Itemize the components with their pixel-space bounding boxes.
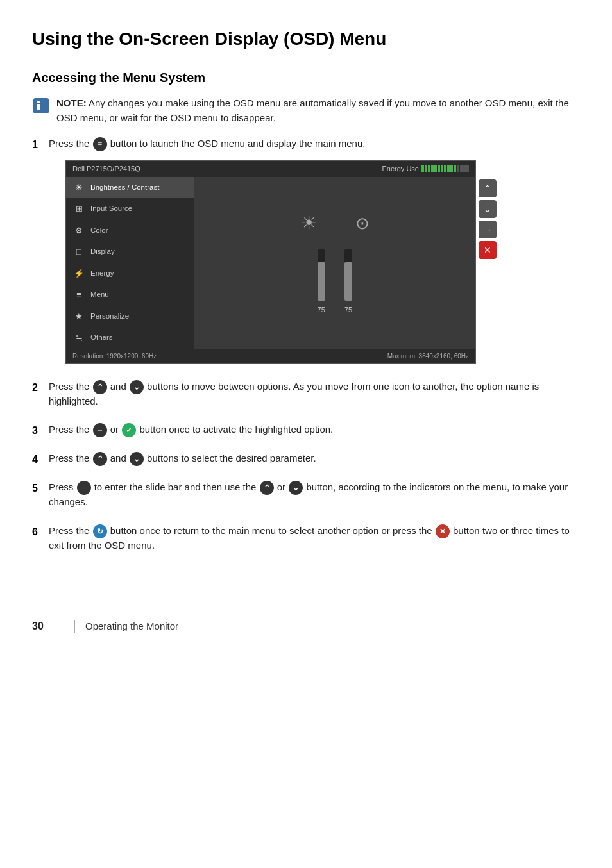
down-btn-icon-2: ⌄ bbox=[130, 380, 144, 394]
display-icon: □ bbox=[72, 246, 85, 258]
menu-item-personalize: ★ Personalize bbox=[66, 306, 194, 328]
menu-item-display: □ Display bbox=[66, 241, 194, 263]
down-btn-icon-5: ⌄ bbox=[289, 481, 303, 495]
step-5: 5 Press → to enter the slide bar and the… bbox=[32, 480, 580, 517]
slider-brightness-fill bbox=[318, 262, 325, 301]
note-body: Any changes you make using the OSD menu … bbox=[56, 97, 569, 123]
seg4 bbox=[431, 165, 434, 172]
slider-brightness: 75 bbox=[318, 249, 325, 315]
step-1: 1 Press the ≡ button to launch the OSD m… bbox=[32, 137, 580, 373]
up-btn-icon-4: ⌃ bbox=[93, 452, 107, 466]
osd-right-panel: ☀ ⊙ 75 bbox=[194, 177, 475, 349]
osd-sun-icon: ☀ bbox=[301, 210, 317, 237]
energy-bar-graphic bbox=[421, 165, 469, 172]
step-6: 6 Press the ↻ button once to return to t… bbox=[32, 524, 580, 561]
menu-item-menu: ≡ Menu bbox=[66, 284, 194, 306]
right-btn-icon-5: → bbox=[77, 481, 91, 495]
menu-item-input: ⊞ Input Source bbox=[66, 198, 194, 220]
footer-bar: 30 Operating the Monitor bbox=[32, 599, 580, 634]
step-4-num: 4 bbox=[32, 451, 44, 467]
osd-window: Dell P2715Q/P2415Q Energy Use bbox=[65, 160, 476, 364]
energy-bar: Energy Use bbox=[382, 163, 469, 174]
step-5-num: 5 bbox=[32, 480, 44, 496]
seg6 bbox=[438, 165, 440, 172]
seg10 bbox=[450, 165, 453, 172]
svg-rect-2 bbox=[37, 101, 40, 103]
nav-down-button[interactable]: ⌄ bbox=[479, 200, 497, 218]
step-4: 4 Press the ⌃ and ⌄ buttons to select th… bbox=[32, 451, 580, 474]
seg5 bbox=[434, 165, 437, 172]
step-3-content: Press the → or ✓ button once to activate… bbox=[49, 422, 580, 437]
right-btn-icon-3: → bbox=[93, 423, 107, 437]
step-3: 3 Press the → or ✓ button once to activa… bbox=[32, 422, 580, 445]
osd-window-title: Dell P2715Q/P2415Q bbox=[72, 163, 140, 174]
seg15 bbox=[466, 165, 469, 172]
note-box: NOTE: Any changes you make using the OSD… bbox=[32, 96, 580, 125]
step-2-content: Press the ⌃ and ⌄ buttons to move betwee… bbox=[49, 380, 580, 409]
others-icon: ≒ bbox=[72, 331, 85, 344]
input-label: Input Source bbox=[90, 203, 132, 214]
osd-nav-buttons: ⌃ ⌄ → ✕ bbox=[479, 179, 497, 259]
page-title: Using the On-Screen Display (OSD) Menu bbox=[32, 26, 580, 53]
slider-brightness-track bbox=[318, 249, 325, 301]
osd-footer: Resolution: 1920x1200, 60Hz Maximum: 384… bbox=[66, 349, 475, 363]
footer-page-num: 30 bbox=[32, 619, 64, 634]
osd-screenshot: Dell P2715Q/P2415Q Energy Use bbox=[65, 160, 580, 364]
seg2 bbox=[425, 165, 427, 172]
nav-x-button[interactable]: ✕ bbox=[479, 241, 497, 259]
menu-item-brightness: ☀ Brightness / Contrast bbox=[66, 177, 194, 199]
nav-up-button[interactable]: ⌃ bbox=[479, 179, 497, 197]
footer-divider bbox=[74, 620, 75, 633]
note-text: NOTE: Any changes you make using the OSD… bbox=[56, 96, 580, 125]
slider-brightness-value: 75 bbox=[318, 305, 325, 315]
seg14 bbox=[463, 165, 466, 172]
steps-list: 1 Press the ≡ button to launch the OSD m… bbox=[32, 137, 580, 560]
input-icon: ⊞ bbox=[72, 203, 85, 215]
menu-button-icon: ≡ bbox=[93, 137, 107, 151]
display-label: Display bbox=[90, 246, 115, 257]
slider-contrast-track bbox=[344, 249, 352, 301]
nav-right-button[interactable]: → bbox=[479, 221, 497, 238]
step-5-content: Press → to enter the slide bar and then … bbox=[49, 480, 580, 510]
up-btn-icon-2: ⌃ bbox=[93, 380, 107, 394]
svg-rect-1 bbox=[37, 104, 40, 110]
menu-label: Menu bbox=[90, 289, 109, 300]
energy-icon: ⚡ bbox=[72, 267, 85, 280]
seg3 bbox=[428, 165, 430, 172]
brightness-label: Brightness / Contrast bbox=[90, 182, 159, 193]
back-btn-icon-6: ↻ bbox=[93, 524, 107, 538]
down-btn-icon-4: ⌄ bbox=[130, 452, 144, 466]
svg-rect-0 bbox=[33, 98, 49, 113]
osd-menu: ☀ Brightness / Contrast ⊞ Input Source ⚙… bbox=[66, 177, 194, 349]
color-label: Color bbox=[90, 225, 108, 236]
osd-maximum: Maximum: 3840x2160, 60Hz bbox=[387, 351, 469, 361]
osd-resolution: Resolution: 1920x1200, 60Hz bbox=[72, 351, 157, 361]
osd-sliders: 75 75 bbox=[318, 249, 353, 315]
step-6-content: Press the ↻ button once to return to the… bbox=[49, 524, 580, 553]
menu-item-energy: ⚡ Energy bbox=[66, 263, 194, 285]
seg11 bbox=[454, 165, 456, 172]
up-btn-icon-5: ⌃ bbox=[260, 481, 274, 495]
slider-contrast-value: 75 bbox=[344, 305, 352, 315]
step-2: 2 Press the ⌃ and ⌄ buttons to move betw… bbox=[32, 380, 580, 417]
step-1-content: Press the ≡ button to launch the OSD men… bbox=[49, 137, 580, 373]
personalize-icon: ★ bbox=[72, 310, 85, 323]
slider-contrast: 75 bbox=[344, 249, 352, 315]
seg9 bbox=[447, 165, 450, 172]
energy-menu-label: Energy bbox=[90, 268, 114, 279]
step-2-num: 2 bbox=[32, 380, 44, 396]
osd-body: ☀ Brightness / Contrast ⊞ Input Source ⚙… bbox=[66, 177, 475, 349]
step-3-num: 3 bbox=[32, 422, 44, 438]
personalize-label: Personalize bbox=[90, 311, 129, 322]
seg7 bbox=[441, 165, 443, 172]
menu-item-others: ≒ Others bbox=[66, 327, 194, 349]
seg12 bbox=[457, 165, 459, 172]
seg13 bbox=[460, 165, 463, 172]
step-1-num: 1 bbox=[32, 137, 44, 153]
energy-label: Energy Use bbox=[382, 163, 419, 174]
seg8 bbox=[444, 165, 446, 172]
osd-icons-row: ☀ ⊙ bbox=[301, 210, 370, 237]
x-btn-icon-6: ✕ bbox=[436, 524, 450, 538]
seg1 bbox=[421, 165, 424, 172]
menu-item-color: ⚙ Color bbox=[66, 220, 194, 242]
